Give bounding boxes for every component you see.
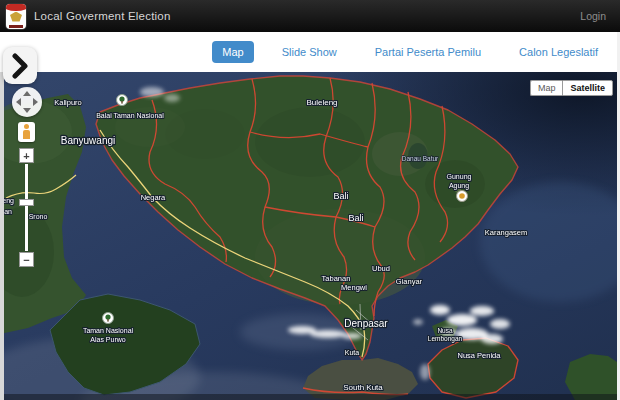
map-label-ubud: Ubud xyxy=(372,264,390,273)
pan-right-icon[interactable] xyxy=(33,98,38,106)
map-label-south-kuta: South Kuta xyxy=(343,383,383,392)
map-label-kalipuro: Kalipuro xyxy=(54,98,82,107)
map-type-map-button[interactable]: Map xyxy=(530,80,563,96)
map-canvas[interactable]: Kalipuro Balai Taman Nasional Banyuwangi… xyxy=(0,72,620,400)
street-view-pegman-icon[interactable] xyxy=(18,122,35,142)
map-label-gianyar: Gianyar xyxy=(396,277,423,286)
main-tabs: Map Slide Show Partai Peserta Pemilu Cal… xyxy=(0,32,620,72)
map-bottom-vignette xyxy=(0,394,620,400)
map-label-karangasem: Karangasem xyxy=(485,228,528,237)
map-label-mengwi: Mengwi xyxy=(341,283,367,292)
map-label-gunung-agung-1: Gunung xyxy=(447,173,472,181)
application-window: Local Goverment Election Login Map Slide… xyxy=(0,0,620,400)
map-label-edge-2: an xyxy=(4,208,12,215)
map-label-denpasar: Denpasar xyxy=(344,318,388,329)
app-title: Local Goverment Election xyxy=(34,10,170,22)
map-type-control: Map Satellite xyxy=(530,80,613,96)
zoom-slider-track[interactable] xyxy=(25,164,28,251)
map-label-kuta: Kuta xyxy=(345,349,360,356)
tab-slide-show[interactable]: Slide Show xyxy=(272,41,347,63)
map-label-balai-taman-nasional: Balai Taman Nasional xyxy=(96,112,164,119)
zoom-out-button[interactable]: − xyxy=(19,252,34,267)
map-label-nusa-penida: Nusa Penida xyxy=(458,351,502,360)
pan-down-icon[interactable] xyxy=(23,108,31,113)
map-label-gunung-agung-2: Agung xyxy=(449,182,469,190)
map-label-negara: Negara xyxy=(141,193,166,202)
chevron-right-icon xyxy=(11,53,29,79)
tree-icon[interactable] xyxy=(117,95,128,106)
kpu-emblem-icon xyxy=(6,4,26,29)
map-label-danau-batur: Danau Batur xyxy=(402,155,439,162)
map-label-alas-purwo-1: Taman Nasional xyxy=(83,327,134,334)
top-navbar: Local Goverment Election Login xyxy=(0,0,620,32)
map-label-nusa-lembongan-2: Lembongan xyxy=(428,335,463,343)
tab-partai-peserta-pemilu[interactable]: Partai Peserta Pemilu xyxy=(365,41,491,63)
map-label-nusa-lembongan-1: Nusa xyxy=(437,327,453,334)
zoom-in-button[interactable]: + xyxy=(19,148,34,163)
map-label-alas-purwo-2: Alas Purwo xyxy=(90,336,126,343)
collapsed-panel-edge xyxy=(0,72,4,400)
map-label-edge-1: eng xyxy=(2,197,14,205)
satellite-map: Kalipuro Balai Taman Nasional Banyuwangi… xyxy=(0,72,620,400)
tab-map[interactable]: Map xyxy=(212,41,253,63)
map-label-tabanan: Tabanan xyxy=(322,274,351,283)
map-label-banyuwangi: Banyuwangi xyxy=(61,135,115,146)
pan-up-icon[interactable] xyxy=(23,91,31,96)
map-type-satellite-button[interactable]: Satellite xyxy=(562,80,613,96)
pan-control[interactable] xyxy=(12,87,42,117)
sidebar-expand-button[interactable] xyxy=(3,47,37,84)
map-label-bali-region: Bali xyxy=(333,191,348,201)
tab-calon-legeslatif[interactable]: Calon Legeslatif xyxy=(509,41,608,63)
login-link[interactable]: Login xyxy=(580,10,606,22)
zoom-slider-handle[interactable] xyxy=(19,199,34,206)
map-label-bali-city: Bali xyxy=(348,213,363,223)
map-label-buleleng: Buleleng xyxy=(306,98,337,107)
tree-icon[interactable] xyxy=(103,313,114,324)
lombok-tip xyxy=(565,354,620,400)
pan-left-icon[interactable] xyxy=(16,98,21,106)
volcano-icon[interactable] xyxy=(457,191,468,202)
map-label-srono: Srono xyxy=(29,213,48,220)
